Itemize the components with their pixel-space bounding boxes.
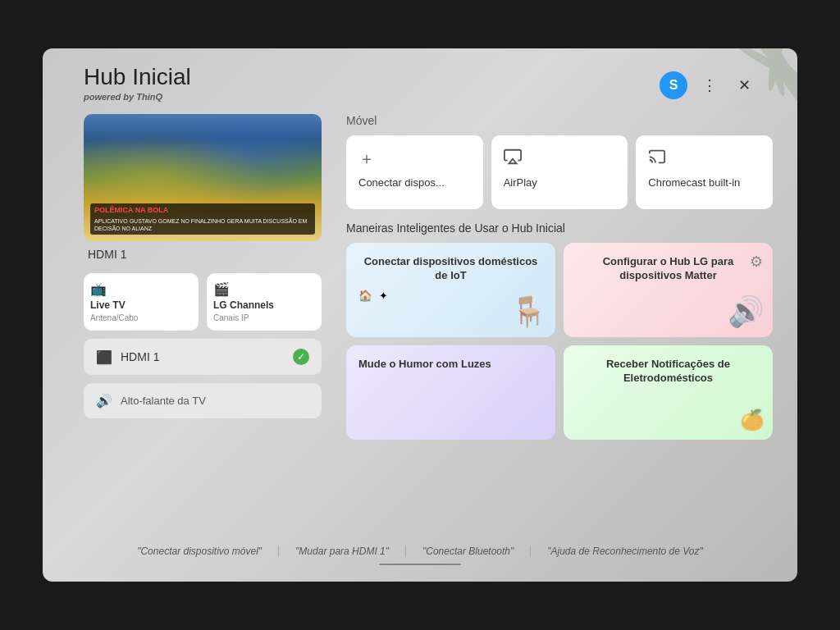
tv-screen: Hub Inicial powered by ThinQ S ⋮ ✕ POLÊM…: [43, 48, 797, 582]
svg-point-2: [753, 48, 797, 109]
star-icon: ✦: [379, 290, 388, 302]
avatar-button[interactable]: S: [660, 71, 687, 99]
tv-preview[interactable]: POLÊMICA NA BOLA APLICATIVO GUSTAVO GOME…: [84, 114, 322, 241]
smart-section-label: Maneiras Inteligentes de Usar o Hub Inic…: [346, 221, 773, 235]
header-actions: S ⋮ ✕: [660, 71, 756, 99]
hint-1: "Conectar dispositivo móvel": [137, 546, 262, 557]
iot-card[interactable]: Conectar dispositivos domésticos de IoT …: [346, 243, 555, 337]
matter-illustration: 🔊: [728, 294, 765, 329]
hint-4: "Ajuda de Reconhecimento de Voz": [547, 546, 703, 557]
movel-cards: ＋ Conectar dispos... AirPlay: [346, 135, 773, 209]
airplay-icon: [504, 148, 522, 170]
live-tv-icon: 📺: [90, 281, 107, 297]
connect-device-card[interactable]: ＋ Conectar dispos...: [346, 135, 483, 209]
airplay-card[interactable]: AirPlay: [491, 135, 628, 209]
speaker-icon: 🔊: [96, 393, 112, 409]
source-label: HDMI 1: [84, 248, 322, 261]
hints-underline: [379, 564, 461, 565]
plus-icon: ＋: [358, 148, 375, 170]
notif-illustration: 🍊: [740, 409, 765, 431]
right-panel: Móvel ＋ Conectar dispos... AirPlay: [346, 114, 773, 448]
powered-by: powered by ThinQ: [84, 92, 191, 102]
svg-point-1: [757, 48, 788, 98]
chromecast-card[interactable]: Chromecast built-in: [636, 135, 773, 209]
hdmi-button[interactable]: ⬛ HDMI 1 ✓: [84, 339, 322, 375]
header: Hub Inicial powered by ThinQ S ⋮ ✕: [84, 65, 756, 102]
hdmi-icon: ⬛: [96, 349, 112, 365]
smart-cards-row-1: Conectar dispositivos domésticos de IoT …: [346, 243, 773, 337]
notifications-card[interactable]: Receber Notificações de Eletrodomésticos…: [564, 345, 773, 440]
hint-3: "Conectar Bluetooth": [422, 546, 514, 557]
smart-cards-row-2: Mude o Humor com Luzes Receber Notificaç…: [346, 345, 773, 440]
hint-separator-2: [405, 546, 406, 557]
humor-card[interactable]: Mude o Humor com Luzes: [346, 345, 555, 440]
lg-channels-button[interactable]: 🎬 LG Channels Canais IP: [207, 273, 322, 331]
menu-dots-button[interactable]: ⋮: [697, 73, 722, 98]
lg-channels-icon: 🎬: [213, 281, 230, 297]
hint-separator-1: [278, 546, 279, 557]
home-icon: 🏠: [358, 290, 372, 302]
svg-point-4: [765, 48, 788, 92]
page-title: Hub Inicial: [84, 65, 191, 90]
close-button[interactable]: ✕: [732, 73, 756, 98]
gear-icon: ⚙: [750, 253, 763, 271]
hint-2: "Mudar para HDMI 1": [295, 546, 389, 557]
chromecast-icon: [648, 148, 666, 170]
svg-point-0: [751, 48, 797, 111]
left-panel: POLÊMICA NA BOLA APLICATIVO GUSTAVO GOME…: [84, 114, 322, 418]
close-icon: ✕: [738, 76, 751, 94]
bottom-hints: "Conectar dispositivo móvel" "Mudar para…: [84, 546, 756, 557]
checkmark-icon: ✓: [293, 349, 309, 365]
speaker-button[interactable]: 🔊 Alto-falante da TV: [84, 383, 322, 418]
hint-separator-3: [530, 546, 531, 557]
iot-illustration: 🪑: [510, 294, 547, 329]
tv-overlay-text: POLÊMICA NA BOLA APLICATIVO GUSTAVO GOME…: [90, 203, 315, 235]
live-tv-button[interactable]: 📺 Live TV Antena/Cabo: [84, 273, 199, 331]
nav-buttons: 📺 Live TV Antena/Cabo 🎬 LG Channels Cana…: [84, 273, 322, 331]
movel-section-label: Móvel: [346, 114, 773, 127]
title-area: Hub Inicial powered by ThinQ: [84, 65, 191, 102]
svg-marker-5: [509, 159, 516, 164]
matter-card[interactable]: ⚙ Configurar o Hub LG para dispositivos …: [564, 243, 773, 337]
